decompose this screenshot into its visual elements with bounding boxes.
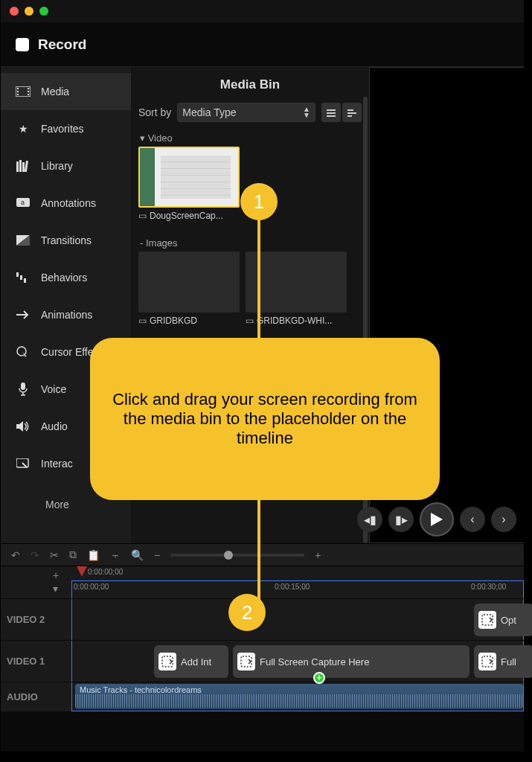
- close-window-button[interactable]: [10, 7, 19, 16]
- placeholder-icon: [478, 653, 496, 670]
- svg-rect-3: [17, 94, 19, 95]
- stepper-icon: ▲▼: [303, 106, 310, 118]
- zoom-out-button[interactable]: −: [154, 549, 160, 561]
- minimize-window-button[interactable]: [25, 7, 33, 16]
- track-header-video1[interactable]: VIDEO 1: [1, 641, 71, 682]
- svg-rect-19: [21, 382, 25, 390]
- image-icon: ▭: [246, 316, 254, 326]
- svg-rect-17: [24, 278, 26, 283]
- track-body-audio[interactable]: Music Tracks - technicolordreams: [71, 682, 524, 711]
- interactivity-icon: [16, 458, 31, 470]
- view-thumbnails-button[interactable]: [321, 103, 341, 122]
- playhead-timecode: 0:00:00;00: [88, 568, 123, 576]
- window-titlebar: [1, 0, 524, 22]
- split-button[interactable]: ⫟: [110, 549, 121, 561]
- record-label[interactable]: Record: [38, 36, 86, 53]
- next-marker-button[interactable]: ›: [491, 507, 516, 532]
- annotation-icon: a: [16, 197, 31, 209]
- placeholder-icon: [158, 653, 176, 670]
- sidebar-item-label: Media: [41, 86, 69, 97]
- step-back-button[interactable]: ◂▮: [357, 507, 382, 532]
- svg-rect-7: [16, 161, 19, 172]
- timeline-clip[interactable]: Opt: [474, 603, 532, 636]
- images-section-header[interactable]: - Images: [138, 231, 362, 252]
- tutorial-step-2-badge: 2: [228, 594, 266, 631]
- copy-button[interactable]: ⧉: [69, 548, 77, 561]
- sidebar-item-annotations[interactable]: a Annotations: [1, 185, 131, 222]
- svg-marker-20: [16, 421, 23, 432]
- record-toolbar: Record: [1, 22, 524, 67]
- cut-button[interactable]: ✂: [50, 549, 59, 561]
- speaker-icon: [16, 420, 31, 432]
- svg-rect-10: [25, 161, 28, 172]
- sidebar-item-label: Audio: [41, 420, 68, 432]
- svg-rect-29: [482, 615, 493, 625]
- arrow-right-icon: [16, 309, 31, 321]
- sidebar-item-transitions[interactable]: Transitions: [1, 222, 131, 259]
- sidebar-item-label: Favorites: [41, 123, 84, 135]
- video-section-header[interactable]: ▾ Video: [138, 127, 362, 147]
- sidebar-item-behaviors[interactable]: Behaviors: [1, 259, 131, 296]
- media-item-image[interactable]: ▭GRIDBKGD-WHI...: [246, 252, 347, 329]
- svg-rect-31: [241, 656, 251, 667]
- audio-clip[interactable]: Music Tracks - technicolordreams: [75, 684, 523, 709]
- media-item-image[interactable]: ▭GRIDBKGD: [138, 252, 240, 329]
- tutorial-step-1-badge: 1: [240, 183, 278, 220]
- tutorial-callout: Click and drag your screen recording fro…: [90, 338, 440, 500]
- undo-button[interactable]: ↶: [11, 549, 20, 561]
- svg-rect-16: [20, 275, 22, 280]
- track-body-video2[interactable]: Opt: [71, 599, 524, 640]
- svg-rect-8: [19, 160, 22, 172]
- sidebar-item-media[interactable]: Media: [1, 73, 131, 110]
- step-forward-button[interactable]: ▮▸: [388, 507, 414, 532]
- image-thumbnail[interactable]: [246, 252, 347, 313]
- media-bin-title: Media Bin: [138, 73, 362, 103]
- zoom-slider[interactable]: [170, 554, 304, 557]
- view-list-button[interactable]: [342, 103, 362, 122]
- video-thumbnail[interactable]: [138, 147, 240, 208]
- add-track-button[interactable]: +: [53, 569, 59, 581]
- svg-rect-30: [162, 656, 173, 667]
- zoom-in-button[interactable]: +: [315, 549, 321, 561]
- svg-rect-15: [16, 272, 19, 277]
- transition-icon: [16, 234, 31, 246]
- svg-rect-6: [28, 94, 29, 95]
- track-header-audio[interactable]: AUDIO: [1, 682, 71, 711]
- sidebar-item-label: Voice: [41, 383, 66, 395]
- star-icon: ★: [16, 123, 31, 135]
- sidebar-item-animations[interactable]: Animations: [1, 296, 131, 333]
- track-body-video1[interactable]: Add Int Full Screen Capture Here + Full: [71, 641, 524, 682]
- redo-button[interactable]: ↷: [31, 549, 39, 561]
- media-item-video[interactable]: ▭DougScreenCap...: [138, 147, 240, 224]
- sidebar-item-label: Transitions: [41, 234, 92, 246]
- sidebar-item-label: Annotations: [41, 197, 96, 209]
- maximize-window-button[interactable]: [39, 7, 48, 16]
- svg-rect-4: [28, 88, 29, 89]
- prev-marker-button[interactable]: ‹: [460, 507, 485, 532]
- image-icon: ▭: [138, 316, 147, 326]
- image-thumbnail[interactable]: [138, 252, 240, 313]
- zoom-icon: 🔍: [131, 549, 144, 561]
- timeline-ruler-top[interactable]: 0:00:00;00: [71, 566, 524, 580]
- record-icon[interactable]: [16, 38, 29, 51]
- media-icon: [16, 86, 31, 97]
- track-header-video2[interactable]: VIDEO 2: [1, 599, 71, 640]
- sidebar-item-favorites[interactable]: ★ Favorites: [1, 110, 131, 147]
- cursor-icon: [16, 346, 31, 358]
- timeline-clip[interactable]: Add Int: [154, 645, 228, 678]
- books-icon: [16, 160, 31, 172]
- timeline-clip[interactable]: Full: [474, 645, 532, 678]
- svg-rect-9: [22, 162, 25, 172]
- paste-button[interactable]: 📋: [87, 549, 100, 561]
- play-button[interactable]: [420, 502, 454, 537]
- timeline-clip-fullscreen[interactable]: Full Screen Capture Here +: [233, 645, 469, 678]
- sidebar-item-library[interactable]: Library: [1, 147, 131, 185]
- svg-rect-2: [17, 91, 19, 92]
- placeholder-icon: [478, 611, 496, 629]
- sort-by-select[interactable]: Media Type ▲▼: [177, 103, 315, 122]
- track-menu-button[interactable]: ▾: [53, 583, 59, 595]
- svg-rect-32: [482, 656, 493, 667]
- timeline-ruler[interactable]: 0:00:00;00 0:00:15;00 0:00:30;00: [71, 580, 524, 598]
- waveform: [75, 694, 523, 708]
- playhead[interactable]: [77, 566, 87, 577]
